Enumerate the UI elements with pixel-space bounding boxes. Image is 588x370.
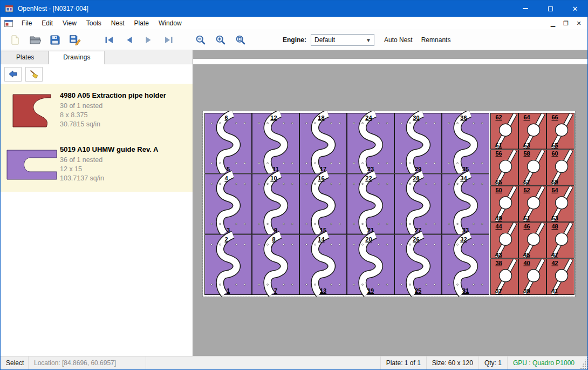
open-folder-icon bbox=[29, 35, 41, 45]
menu-item-file[interactable]: File bbox=[17, 17, 37, 29]
tab-drawings[interactable]: Drawings bbox=[49, 51, 105, 64]
red-part-pair[interactable]: 3837 bbox=[491, 259, 518, 294]
save-as-button[interactable] bbox=[66, 32, 84, 48]
menu-item-nest[interactable]: Nest bbox=[106, 17, 129, 29]
back-arrow-icon bbox=[8, 69, 18, 79]
purple-part-pair[interactable]: 1413 bbox=[300, 234, 347, 294]
red-part-pair[interactable]: 6261 bbox=[491, 113, 518, 149]
document-icon[interactable] bbox=[4, 20, 13, 27]
purple-part-pair[interactable]: 3433 bbox=[442, 174, 489, 234]
zoom-in-button[interactable] bbox=[211, 32, 230, 48]
first-plate-button[interactable] bbox=[100, 32, 118, 48]
svg-text:31: 31 bbox=[462, 287, 469, 294]
svg-text:50: 50 bbox=[495, 187, 502, 193]
red-part-pair[interactable]: 5453 bbox=[547, 186, 575, 221]
purple-part-pair[interactable]: 43 bbox=[205, 174, 252, 234]
menu-item-view[interactable]: View bbox=[58, 17, 81, 29]
svg-text:4: 4 bbox=[224, 175, 228, 181]
svg-text:66: 66 bbox=[551, 114, 558, 120]
first-arrow-icon bbox=[104, 35, 114, 45]
red-part-pair[interactable]: 6059 bbox=[547, 150, 575, 185]
drawing-list-item[interactable]: 5019 A10 UHMW guide Rev. A 36 of 1 neste… bbox=[1, 138, 193, 192]
svg-text:52: 52 bbox=[523, 187, 530, 193]
red-part-pair[interactable]: 4241 bbox=[547, 259, 575, 294]
save-as-icon bbox=[69, 35, 81, 45]
purple-part-pair[interactable]: 65 bbox=[205, 113, 252, 173]
red-part-pair[interactable]: 4847 bbox=[547, 223, 575, 258]
svg-text:55: 55 bbox=[495, 179, 502, 185]
purple-part-pair[interactable]: 2423 bbox=[347, 113, 394, 173]
purple-part-pair[interactable]: 3029 bbox=[395, 113, 442, 173]
nest-canvas[interactable]: 6512111817242330293635431091615222128273… bbox=[193, 50, 587, 356]
purple-part-pair[interactable]: 109 bbox=[252, 174, 299, 234]
svg-text:20: 20 bbox=[365, 236, 372, 243]
purple-part-pair[interactable]: 2827 bbox=[395, 174, 442, 234]
close-button[interactable]: ✕ bbox=[563, 1, 587, 17]
purple-part-pair[interactable]: 3231 bbox=[442, 234, 489, 294]
purple-part-pair[interactable]: 1615 bbox=[300, 174, 347, 234]
svg-text:54: 54 bbox=[551, 187, 558, 193]
red-part-pair[interactable]: 5655 bbox=[491, 150, 518, 185]
zoom-fit-button[interactable] bbox=[231, 32, 250, 48]
red-part-pair[interactable]: 6463 bbox=[519, 113, 546, 149]
purple-part-pair[interactable]: 87 bbox=[252, 234, 299, 294]
auto-nest-button[interactable]: Auto Nest bbox=[384, 36, 413, 44]
menu-item-window[interactable]: Window bbox=[154, 17, 187, 29]
maximize-button[interactable] bbox=[538, 1, 563, 17]
chevron-down-icon: ▼ bbox=[366, 37, 374, 43]
red-part-pair[interactable]: 4039 bbox=[519, 259, 546, 294]
svg-text:8: 8 bbox=[272, 236, 275, 243]
send-back-button[interactable] bbox=[4, 67, 22, 82]
red-part-pair[interactable]: 5049 bbox=[491, 186, 518, 221]
nest-plate-svg[interactable]: 6512111817242330293635431091615222128273… bbox=[203, 111, 575, 297]
save-icon bbox=[50, 35, 60, 45]
menu-item-tools[interactable]: Tools bbox=[81, 17, 106, 29]
drawing-title: 4980 A05 Extraction pipe holder bbox=[60, 91, 166, 99]
remnants-button[interactable]: Remnants bbox=[421, 36, 451, 44]
svg-text:49: 49 bbox=[495, 215, 502, 221]
side-tabstrip: Plates Drawings bbox=[1, 50, 193, 64]
purple-part-pair[interactable]: 1817 bbox=[300, 113, 347, 173]
svg-text:40: 40 bbox=[523, 260, 530, 266]
purple-part-pair[interactable]: 2625 bbox=[395, 234, 442, 294]
new-button[interactable] bbox=[6, 32, 24, 48]
save-button[interactable] bbox=[46, 32, 64, 48]
red-part-pair[interactable]: 4645 bbox=[519, 223, 546, 258]
svg-text:56: 56 bbox=[495, 150, 502, 157]
purple-part-pair[interactable]: 2221 bbox=[347, 174, 394, 234]
red-part-pair[interactable]: 4443 bbox=[491, 223, 518, 258]
svg-text:1: 1 bbox=[227, 287, 230, 294]
next-plate-button[interactable] bbox=[140, 32, 158, 48]
mdi-minimize-button[interactable]: ▁ bbox=[546, 18, 559, 29]
window-controls: ✕ bbox=[513, 1, 587, 17]
minimize-button[interactable] bbox=[513, 1, 538, 17]
mdi-restore-button[interactable]: ❐ bbox=[559, 18, 572, 29]
zoom-out-button[interactable] bbox=[192, 32, 210, 48]
drawing-dimensions: 12 x 15 bbox=[60, 165, 158, 174]
menu-item-plate[interactable]: Plate bbox=[129, 17, 154, 29]
engine-value: Default bbox=[314, 36, 335, 44]
svg-text:39: 39 bbox=[523, 288, 530, 294]
svg-text:22: 22 bbox=[365, 175, 372, 181]
tab-plates[interactable]: Plates bbox=[2, 51, 49, 64]
nest-plate[interactable]: 6512111817242330293635431091615222128273… bbox=[203, 111, 575, 297]
resize-grip[interactable] bbox=[580, 356, 587, 369]
purple-part-pair[interactable]: 2019 bbox=[347, 234, 394, 294]
open-button[interactable] bbox=[26, 32, 44, 48]
red-part-pair[interactable]: 5857 bbox=[519, 150, 546, 185]
previous-plate-button[interactable] bbox=[120, 32, 138, 48]
purple-part-pair[interactable]: 3635 bbox=[442, 113, 489, 173]
status-qty: Qty: 1 bbox=[478, 356, 507, 369]
clear-button[interactable] bbox=[25, 67, 43, 82]
engine-select[interactable]: Default ▼ bbox=[311, 34, 374, 46]
purple-part-pair[interactable]: 21 bbox=[205, 234, 252, 294]
red-part-pair[interactable]: 6665 bbox=[547, 113, 575, 149]
status-bar: Select Location: [84.8696, 60.6957] Plat… bbox=[1, 356, 587, 369]
drawing-list-item[interactable]: 4980 A05 Extraction pipe holder 30 of 1 … bbox=[1, 84, 193, 138]
broom-icon bbox=[29, 69, 39, 79]
purple-part-pair[interactable]: 1211 bbox=[252, 113, 299, 173]
mdi-close-button[interactable]: ✕ bbox=[572, 18, 585, 29]
menu-item-edit[interactable]: Edit bbox=[37, 17, 58, 29]
red-part-pair[interactable]: 5251 bbox=[519, 186, 546, 221]
last-plate-button[interactable] bbox=[160, 32, 178, 48]
